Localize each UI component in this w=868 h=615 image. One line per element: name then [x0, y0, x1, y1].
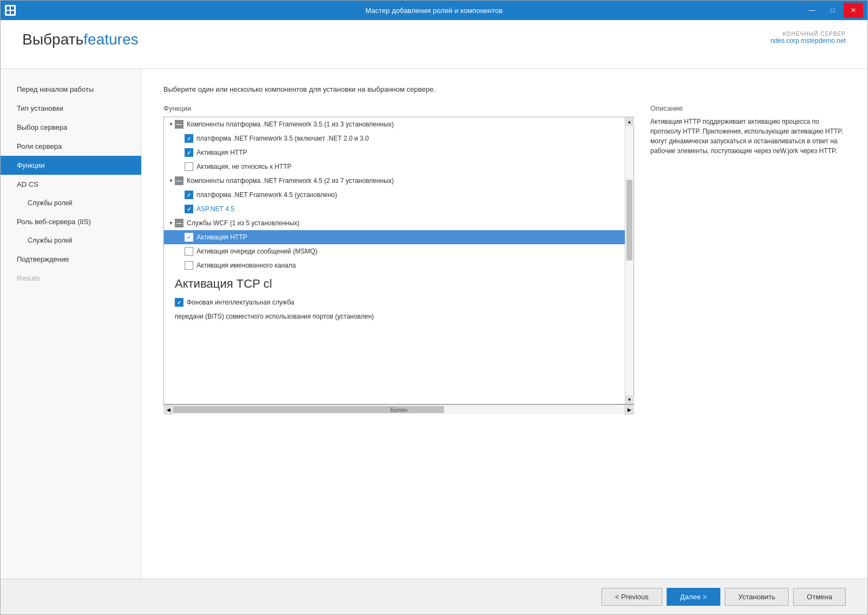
- maximize-button[interactable]: □: [823, 3, 842, 18]
- label-wcf-http: Активация HTTP: [197, 233, 247, 241]
- title-black-part: Выбрать: [22, 31, 84, 48]
- close-button[interactable]: ✕: [844, 3, 863, 18]
- tree-container: ▼ — Компоненты платформа .NET Framework …: [163, 117, 634, 404]
- sidebar-item-before-start[interactable]: Перед началом работы: [1, 80, 141, 99]
- tree-item-net35-parent[interactable]: ▼ — Компоненты платформа .NET Framework …: [164, 117, 625, 131]
- hscroll-right-button[interactable]: ▶: [624, 405, 634, 415]
- tree-item-tcp[interactable]: Активация TCP cl: [164, 272, 625, 295]
- window: Мастер добавления ролей и компонентов — …: [0, 0, 868, 615]
- content-panel: Выберите один или несколько компонентов …: [142, 69, 867, 579]
- tree-item-net45-framework[interactable]: ✓ платформа .NET Framework 4.5 (установл…: [164, 188, 625, 202]
- hscroll-label: Болен: [390, 405, 408, 414]
- app-icon: [5, 5, 16, 16]
- checkbox-net35-nonhttp[interactable]: [185, 162, 193, 171]
- sidebar-item-web-server[interactable]: Роль веб-сервера (IIS): [1, 212, 141, 231]
- checkbox-net45-aspnet[interactable]: ✓: [185, 205, 193, 213]
- spacer-5: [177, 191, 185, 199]
- sidebar-item-role-services-2[interactable]: Службы ролей: [1, 231, 141, 250]
- checkbox-bits[interactable]: ✓: [175, 298, 183, 307]
- install-button[interactable]: Установить: [725, 588, 789, 606]
- titlebar: Мастер добавления ролей и компонентов — …: [1, 1, 867, 20]
- spacer-11: [167, 280, 175, 288]
- label-net35-parent: Компоненты платформа .NET Framework 3.5 …: [187, 121, 394, 128]
- sidebar-item-install-type[interactable]: Тип установки: [1, 99, 141, 118]
- spacer-9: [177, 248, 185, 255]
- sidebar-item-ad-cs[interactable]: AD CS: [1, 175, 141, 194]
- label-net35-framework: платформа .NET Framework 3.5 (включает .…: [197, 135, 369, 142]
- svg-rect-2: [7, 11, 10, 14]
- checkbox-net35-framework[interactable]: ✓: [185, 134, 193, 143]
- tree-item-net35-nonhttp[interactable]: Активация, не относясь к HTTP: [164, 160, 625, 174]
- hscroll-left-button[interactable]: ◀: [163, 405, 173, 415]
- expand-icon-wcf: ▼: [167, 219, 175, 227]
- scroll-track[interactable]: [625, 126, 633, 395]
- checkbox-net35[interactable]: —: [175, 120, 183, 129]
- spacer-13: [167, 313, 175, 320]
- checkbox-wcf[interactable]: —: [175, 219, 183, 227]
- tree-item-wcf-http[interactable]: ✓ Активация HTTP: [164, 230, 625, 244]
- scroll-up-button[interactable]: ▲: [625, 117, 634, 126]
- tree-item-net45-parent[interactable]: ▼ — Компоненты платформа .NET Framework …: [164, 174, 625, 188]
- svg-rect-0: [7, 7, 10, 10]
- sidebar: Перед началом работы Тип установки Выбор…: [1, 69, 142, 579]
- server-name: ndes.corp.mstepdemo.net: [770, 37, 846, 45]
- description-text: Активация HTTP поддерживает активацию пр…: [650, 117, 846, 156]
- spacer-12: [167, 299, 175, 306]
- footer: < Previous Далее > Установить Отмена: [1, 579, 867, 614]
- tree-item-wcf-named[interactable]: Активация именованного канала: [164, 258, 625, 272]
- label-tcp: Активация TCP cl: [175, 277, 272, 291]
- checkbox-wcf-named[interactable]: [185, 261, 193, 270]
- checkbox-net35-http[interactable]: ✓: [185, 148, 193, 157]
- hscroll-track[interactable]: Болен: [173, 405, 624, 414]
- label-net35-nonhttp: Активация, не относясь к HTTP: [197, 163, 292, 170]
- tree-item-net45-aspnet[interactable]: ✓ ASP.NET 4.5: [164, 202, 625, 216]
- checkbox-wcf-msmq[interactable]: [185, 247, 193, 256]
- body-area: Перед началом работы Тип установки Выбор…: [1, 69, 867, 579]
- checkbox-net45[interactable]: —: [175, 176, 183, 185]
- scroll-down-button[interactable]: ▼: [625, 395, 634, 404]
- svg-rect-1: [11, 7, 14, 10]
- spacer-3: [177, 163, 185, 170]
- previous-button[interactable]: < Previous: [601, 588, 662, 606]
- spacer-1: [177, 135, 185, 142]
- label-bits-desc: передачи (BITS) совместного использовани…: [175, 313, 374, 320]
- main-content: Выбратьfeatures КОНЕЧНЫЙ СЕРВЕР ndes.cor…: [1, 20, 867, 614]
- checkbox-net45-framework[interactable]: ✓: [185, 191, 193, 199]
- expand-icon-net35: ▼: [167, 121, 175, 128]
- horizontal-scrollbar[interactable]: ◀ Болен ▶: [163, 404, 634, 414]
- features-section-label: Функции: [163, 104, 634, 112]
- features-left: Функции ▼ — Компоненты платфо: [163, 104, 634, 414]
- sidebar-item-server-roles[interactable]: Роли сервера: [1, 137, 141, 156]
- label-bits: Фоновая интеллектуальная служба: [187, 299, 294, 306]
- title-blue-part: features: [84, 31, 138, 48]
- checkbox-wcf-http[interactable]: ✓: [185, 233, 193, 242]
- scroll-thumb: [626, 180, 632, 261]
- sidebar-item-server-select[interactable]: Выбор сервера: [1, 118, 141, 137]
- sidebar-item-role-services-1[interactable]: Службы ролей: [1, 194, 141, 212]
- expand-icon-net45: ▼: [167, 177, 175, 185]
- tree-item-wcf-parent[interactable]: ▼ — Службы WCF (1 из 5 установленных): [164, 216, 625, 230]
- label-net45-aspnet: ASP.NET 4.5: [197, 205, 235, 213]
- cancel-button[interactable]: Отмена: [793, 588, 846, 606]
- tree-scroll[interactable]: ▼ — Компоненты платформа .NET Framework …: [164, 117, 625, 404]
- label-wcf-parent: Службы WCF (1 из 5 установленных): [187, 219, 300, 227]
- tree-item-net35-framework[interactable]: ✓ платформа .NET Framework 3.5 (включает…: [164, 131, 625, 145]
- features-right: Описание Активация HTTP поддерживает акт…: [650, 104, 846, 414]
- next-button[interactable]: Далее >: [667, 588, 720, 606]
- tree-item-bits[interactable]: ✓ Фоновая интеллектуальная служба: [164, 295, 625, 309]
- svg-rect-3: [11, 11, 14, 14]
- description-label: Описание: [650, 104, 846, 112]
- label-wcf-msmq: Активация очереди сообщений (MSMQ): [197, 248, 318, 255]
- minimize-button[interactable]: —: [802, 3, 822, 18]
- tree-item-wcf-msmq[interactable]: Активация очереди сообщений (MSMQ): [164, 244, 625, 258]
- vertical-scrollbar[interactable]: ▲ ▼: [625, 117, 633, 404]
- tree-item-net35-http[interactable]: ✓ Активация HTTP: [164, 145, 625, 160]
- titlebar-left: [5, 5, 16, 16]
- features-layout: Функции ▼ — Компоненты платфо: [163, 104, 846, 414]
- sidebar-item-features[interactable]: Функции: [1, 156, 141, 175]
- spacer-8: [177, 233, 185, 241]
- sidebar-item-confirmation[interactable]: Подтверждение: [1, 250, 141, 269]
- page-title: Выбратьfeatures: [22, 31, 138, 48]
- tree-item-bits-desc: передачи (BITS) совместного использовани…: [164, 309, 625, 324]
- header: Выбратьfeatures КОНЕЧНЫЙ СЕРВЕР ndes.cor…: [1, 20, 867, 69]
